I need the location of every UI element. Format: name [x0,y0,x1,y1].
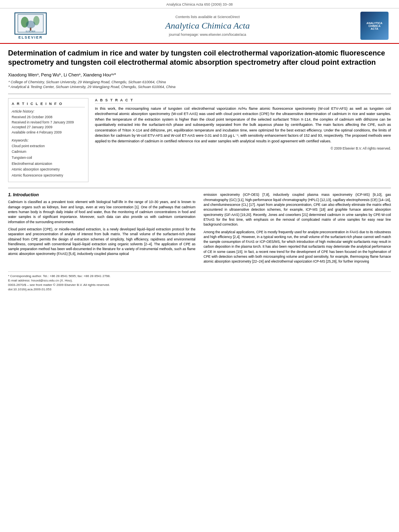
keyword-6: Atomic fluorescence spectrometry [12,173,85,179]
body-content: 1. Introduction Cadmium is classified as… [8,192,391,266]
body-col-left: 1. Introduction Cadmium is classified as… [8,192,195,266]
received-date: Received 26 October 2008 [12,115,85,120]
copyright-line: © 2009 Elsevier B.V. All rights reserved… [95,146,391,150]
accepted-date: Accepted 27 January 2009 [12,125,85,130]
body-para-col2-1: emission spectrometry (ICP-OES) [7,8], i… [204,192,391,227]
info-abstract-row: A R T I C L E I N F O Article history: R… [8,98,391,183]
body-col-right: emission spectrometry (ICP-OES) [7,8], i… [204,192,391,266]
divider-before-body [8,188,391,188]
journal-title: Analytica Chimica Acta [55,21,360,31]
svg-text:ELSEVIER: ELSEVIER [26,31,35,33]
article-info-col: A R T I C L E I N F O Article history: R… [8,98,88,183]
elsevier-logo-area: ELSEVIER ELSEVIER [6,12,55,39]
affiliation-b: ᵇ Analytical & Testing Center, Sichuan U… [8,85,391,89]
revised-date: Received in revised form 7 January 2009 [12,120,85,125]
svg-point-3 [26,21,35,28]
doi-line: doi:10.1016/j.aca.2009.01.053 [8,288,391,291]
journal-meta-header: Analytica Chimica Acta 650 (2009) 33–38 [0,0,399,8]
keyword-3: Tungsten-coil [12,155,85,161]
keyword-1: Cloud point extraction [12,144,85,149]
sciencedirect-prefix: Contents lists available at ScienceDirec… [175,15,240,19]
abstract-col: A B S T R A C T In this work, the micros… [95,98,391,183]
abstract-title: A B S T R A C T [95,98,391,104]
email-footnote: E-mail address: houxd@scu.edu.cn (X. Hou… [8,279,391,282]
article-dates: Received 26 October 2008 Received in rev… [12,115,85,135]
article-footer: * Corresponding author. Tel.: +86 28 854… [8,271,391,291]
corresponding-footnote: * Corresponding author. Tel.: +86 28 854… [8,274,391,278]
affiliations-block: ᵃ College of Chemistry, Sichuan Universi… [8,80,391,89]
intro-para-1: Cadmium is classified as a prevalent tox… [8,199,195,224]
affiliation-a: ᵃ College of Chemistry, Sichuan Universi… [8,80,391,84]
history-subtitle: Article history: [12,109,85,113]
body-para-col2-2: Among the analytical applications, CPE i… [204,230,391,264]
journal-logo-area: ANALYTICACHIMICAACTA [360,12,393,40]
journal-title-area: Contents lists available at ScienceDirec… [55,15,360,37]
journal-meta-text: Analytica Chimica Acta 650 (2009) 33–38 [166,2,232,6]
available-date: Available online 4 February 2009 [12,130,85,135]
elsevier-brand-text: ELSEVIER [19,35,43,39]
keyword-2: Cadmium [12,149,85,155]
keywords-subtitle: Keywords: [12,138,85,142]
journal-logo-text: ANALYTICACHIMICAACTA [366,22,383,30]
divider-before-info [8,94,391,94]
journal-banner: ELSEVIER ELSEVIER Contents lists availab… [0,8,399,44]
article-info-title: A R T I C L E I N F O [12,102,85,107]
elsevier-tree-logo: ELSEVIER [14,12,47,35]
article-info-box: A R T I C L E I N F O Article history: R… [8,98,88,183]
intro-heading: 1. Introduction [8,192,195,197]
keyword-4: Electrothermal atomization [12,161,85,167]
journal-logo-box: ANALYTICACHIMICAACTA [360,12,389,40]
intro-para-2: Cloud point extraction (CPE), or micelle… [8,227,195,257]
svg-rect-4 [30,28,31,31]
journal-homepage-url: journal homepage: www.elsevier.com/locat… [55,33,360,37]
keyword-5: Atomic absorption spectrometry [12,167,85,173]
sciencedirect-line: Contents lists available at ScienceDirec… [55,15,360,19]
keywords-list: Cloud point extraction Cadmium Tungsten-… [12,144,85,179]
issn-line: 0003-2670/$ – see front matter © 2009 El… [8,283,391,287]
article-title: Determination of cadmium in rice and wat… [8,49,391,68]
abstract-text: In this work, the microsampling nature o… [95,106,391,144]
authors-line: Xiaodong Wenᵃ, Peng Wuᵇ, Li Chenᵃ, Xiand… [8,72,391,78]
article-container: Determination of cadmium in rice and wat… [0,44,399,297]
